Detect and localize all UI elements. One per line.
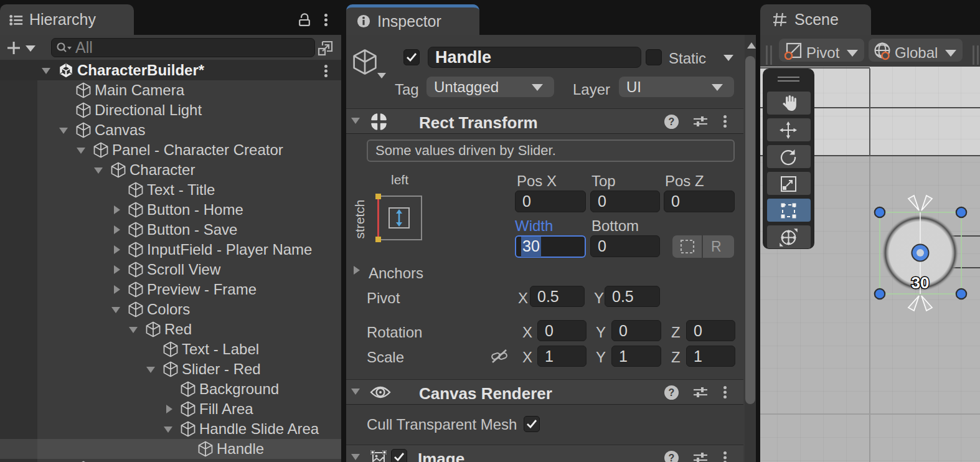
svg-text:?: ? [669,116,675,127]
svg-text:?: ? [669,387,675,398]
svg-text:?: ? [669,453,675,462]
svg-text:30: 30 [912,273,930,292]
